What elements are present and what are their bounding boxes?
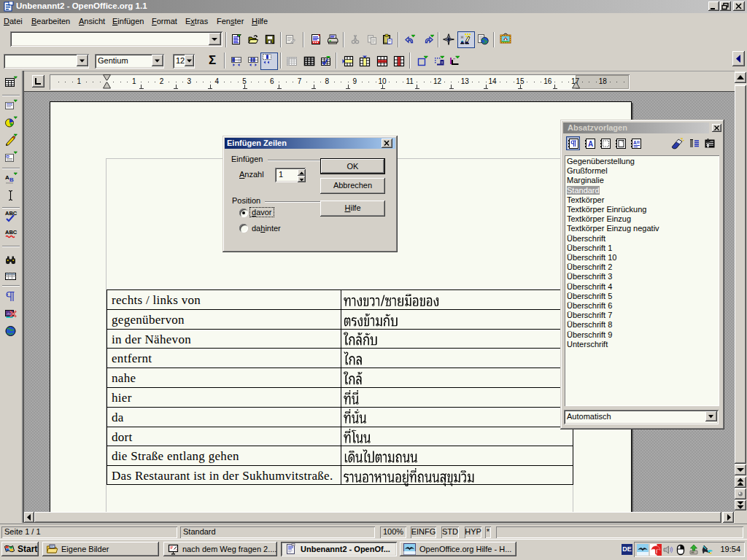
svg-text:A: A [588, 140, 593, 148]
svg-text:B: B [9, 176, 14, 183]
svg-text:ABC: ABC [5, 229, 18, 236]
svg-text:A: A [633, 140, 637, 145]
svg-text:ABC: ABC [5, 210, 18, 217]
